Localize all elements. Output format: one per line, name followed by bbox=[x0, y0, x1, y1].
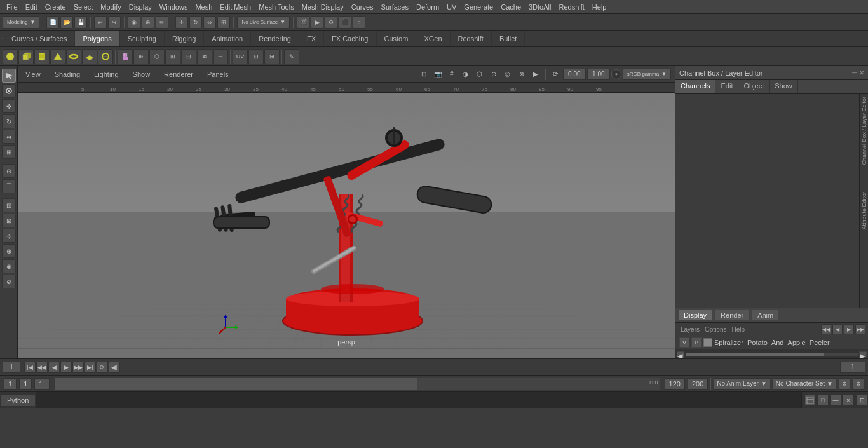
anim-layer-dropdown[interactable]: No Anim Layer ▼ bbox=[714, 378, 770, 390]
cylinder-icon[interactable] bbox=[34, 49, 50, 64]
layer-v-btn[interactable]: V bbox=[679, 337, 689, 348]
play-fwd-btn[interactable]: ▶ bbox=[60, 362, 72, 373]
new-scene-btn[interactable]: 📄 bbox=[46, 16, 59, 29]
tab-polygons[interactable]: Polygons bbox=[75, 31, 119, 46]
paint-select-btn[interactable] bbox=[2, 84, 16, 98]
smooth-icon[interactable]: ≋ bbox=[197, 49, 212, 64]
python-tab[interactable]: Python bbox=[0, 394, 36, 407]
vp-grid-icon[interactable]: # bbox=[445, 68, 458, 81]
bevel-icon[interactable]: ⬡ bbox=[149, 49, 165, 64]
orbit-btn[interactable]: ○ bbox=[353, 16, 365, 29]
save-scene-btn[interactable]: 💾 bbox=[74, 16, 87, 29]
cone-icon[interactable] bbox=[50, 49, 65, 64]
menu-deform[interactable]: Deform bbox=[412, 2, 443, 12]
scroll-right-btn[interactable]: ▶ bbox=[859, 351, 867, 358]
vp-smooth-icon[interactable]: ⊙ bbox=[487, 68, 500, 81]
panels-menu[interactable]: Panels bbox=[203, 69, 233, 79]
lasso-select-btn[interactable]: ⌒ bbox=[2, 179, 16, 193]
ipr-btn[interactable]: ▶ bbox=[311, 16, 323, 29]
prev-key-btn[interactable]: ◀◀ bbox=[36, 362, 48, 373]
tab-rendering[interactable]: Rendering bbox=[251, 31, 299, 46]
options-sub-tab[interactable]: Options bbox=[702, 325, 729, 334]
menu-display[interactable]: Display bbox=[125, 2, 156, 12]
cb-side-label-2[interactable]: Attribute Editor bbox=[861, 192, 867, 230]
open-scene-btn[interactable]: 📂 bbox=[60, 16, 73, 29]
move-btn[interactable]: ✛ bbox=[175, 16, 188, 29]
attr-editor-small-btn[interactable]: ⊘ bbox=[2, 275, 16, 288]
mirror-icon[interactable]: ⊣ bbox=[213, 49, 228, 64]
cube-icon[interactable] bbox=[18, 49, 34, 64]
show-menu[interactable]: Show bbox=[129, 69, 154, 79]
tab-redshift[interactable]: Redshift bbox=[451, 31, 492, 46]
render-btn[interactable]: 🎬 bbox=[297, 16, 309, 29]
lighting-menu[interactable]: Lighting bbox=[90, 69, 123, 79]
uv-editor-icon[interactable]: UV bbox=[233, 49, 248, 64]
char-set-dropdown[interactable]: No Character Set ▼ bbox=[773, 378, 836, 390]
view-menu[interactable]: View bbox=[22, 69, 44, 79]
python-input[interactable] bbox=[36, 392, 802, 408]
shading-menu[interactable]: Shading bbox=[51, 69, 84, 79]
layer-next-next-btn[interactable]: ▶▶ bbox=[855, 324, 865, 334]
cb-tab-object[interactable]: Object bbox=[738, 80, 770, 93]
viewport-canvas[interactable]: persp bbox=[18, 93, 675, 358]
tab-sculpting[interactable]: Sculpting bbox=[120, 31, 165, 46]
vp-wire-icon[interactable]: ⬡ bbox=[473, 68, 486, 81]
range-start-field[interactable]: 120 bbox=[665, 378, 685, 390]
torus-icon[interactable] bbox=[66, 49, 81, 64]
layer-item-row[interactable]: V P Spiralizer_Potato_And_Apple_Peeler_ bbox=[675, 336, 868, 350]
go-start-btn[interactable]: |◀ bbox=[24, 362, 36, 373]
close-btn[interactable]: × bbox=[843, 395, 854, 406]
layer-prev-btn[interactable]: ◀ bbox=[832, 324, 843, 334]
layers-sub-tab[interactable]: Layers bbox=[678, 325, 702, 334]
tab-curves-surfaces[interactable]: Curves / Surfaces bbox=[4, 31, 75, 46]
soft-sel-btn[interactable]: ⊙ bbox=[2, 164, 16, 178]
lasso-btn[interactable]: ⊕ bbox=[142, 16, 154, 29]
rotation-input[interactable] bbox=[563, 69, 586, 80]
tab-bullet[interactable]: Bullet bbox=[492, 31, 526, 46]
universal-manip-btn[interactable]: ⊞ bbox=[217, 16, 230, 29]
settings-icon-btn[interactable]: ⚙ bbox=[839, 378, 850, 390]
layer-p-btn[interactable]: P bbox=[691, 337, 702, 348]
vp-playblast-icon[interactable]: ▶ bbox=[529, 68, 542, 81]
play-rev-btn[interactable]: ◀| bbox=[109, 362, 120, 373]
no-live-surface-dropdown[interactable]: No Live Surface ▼ bbox=[237, 16, 290, 29]
menu-edit[interactable]: Edit bbox=[22, 2, 41, 12]
sphere-icon[interactable] bbox=[3, 49, 18, 64]
menu-create[interactable]: Create bbox=[41, 2, 70, 12]
scale-input[interactable] bbox=[587, 69, 610, 80]
tab-fx-caching[interactable]: FX Caching bbox=[324, 31, 376, 46]
menu-mesh[interactable]: Mesh bbox=[191, 2, 216, 12]
sculpt-icon[interactable]: ✎ bbox=[284, 49, 299, 64]
vp-camera-icon[interactable]: 📷 bbox=[431, 68, 444, 81]
current-frame-input[interactable] bbox=[3, 362, 20, 373]
layer-prev-prev-btn[interactable]: ◀◀ bbox=[821, 324, 831, 334]
range-end-field[interactable]: 200 bbox=[688, 378, 708, 390]
menu-mesh-display[interactable]: Mesh Display bbox=[298, 2, 348, 12]
tab-custom[interactable]: Custom bbox=[377, 31, 417, 46]
vp-isolate-icon[interactable]: ⊗ bbox=[515, 68, 528, 81]
range-slider[interactable]: 120 bbox=[55, 378, 659, 390]
cb-tab-channels[interactable]: Channels bbox=[675, 80, 715, 93]
tab-animation[interactable]: Animation bbox=[204, 31, 251, 46]
menu-generate[interactable]: Generate bbox=[460, 2, 497, 12]
scroll-track[interactable] bbox=[686, 353, 858, 356]
prev-frame-btn[interactable]: ◀ bbox=[48, 362, 60, 373]
menu-modify[interactable]: Modify bbox=[97, 2, 125, 12]
char-set-settings-btn[interactable]: ⚙ bbox=[853, 378, 864, 390]
render-seq-btn[interactable]: ⬛ bbox=[339, 16, 351, 29]
menu-file[interactable]: File bbox=[3, 2, 22, 12]
menu-uv[interactable]: UV bbox=[443, 2, 460, 12]
layer-scrollbar[interactable]: ◀ ▶ bbox=[675, 350, 868, 358]
extrude-icon[interactable] bbox=[118, 49, 133, 64]
scale-btn[interactable]: ⇔ bbox=[203, 16, 216, 29]
menu-select[interactable]: Select bbox=[70, 2, 97, 12]
vp-select-icon[interactable]: ⊡ bbox=[417, 68, 430, 81]
component-editor-btn[interactable]: ⊡ bbox=[2, 198, 16, 212]
layer-tab-display[interactable]: Display bbox=[678, 309, 712, 321]
menu-edit-mesh[interactable]: Edit Mesh bbox=[216, 2, 255, 12]
menu-cache[interactable]: Cache bbox=[497, 2, 525, 12]
scale-tool-btn[interactable]: ⇔ bbox=[2, 130, 16, 144]
restore-btn[interactable]: □ bbox=[817, 395, 829, 406]
loop-btn[interactable]: ⟳ bbox=[97, 362, 108, 373]
universal-tool-btn[interactable]: ⊞ bbox=[2, 145, 16, 159]
